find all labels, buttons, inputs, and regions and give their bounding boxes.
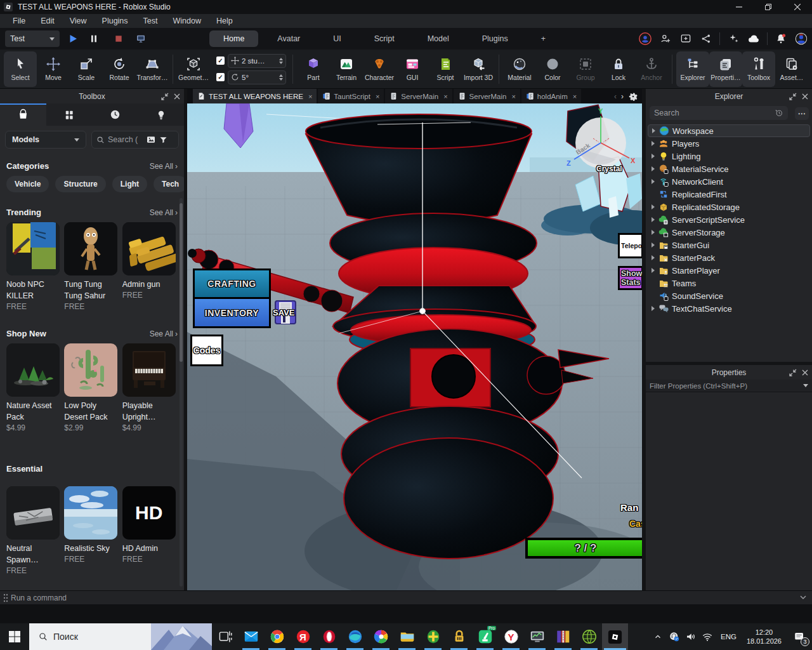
- explorer-item-materialservice[interactable]: MaterialService: [646, 162, 812, 175]
- explorer-item-serverscriptservice[interactable]: ServerScriptService: [646, 213, 812, 226]
- toolbox-tab-inventory[interactable]: [46, 103, 93, 126]
- close-tab-icon[interactable]: ×: [308, 93, 312, 100]
- document-tab-servermain[interactable]: ServerMain×: [454, 89, 520, 103]
- properties-filter[interactable]: [646, 380, 812, 392]
- expand-arrow-icon[interactable]: [650, 154, 655, 159]
- close-tab-icon[interactable]: ×: [573, 93, 577, 100]
- asset-card-realistic-sky[interactable]: Realistic SkyFREE: [64, 486, 119, 576]
- document-tab-holdanim[interactable]: holdAnim×: [521, 89, 581, 103]
- 3d-viewport[interactable]: Crystal Y X Z Back CRAFTING INVENTORY SA…: [187, 103, 642, 590]
- tool-lock[interactable]: Lock: [602, 51, 635, 87]
- add-collaborator-icon[interactable]: [658, 32, 672, 46]
- minimize-button[interactable]: [724, 0, 754, 14]
- toolbox-category-dropdown[interactable]: Models: [5, 131, 86, 149]
- notification-center-icon[interactable]: 3: [787, 623, 812, 650]
- save-button[interactable]: SAVE: [275, 300, 300, 326]
- close-panel-icon[interactable]: [802, 93, 808, 100]
- menu-plugins[interactable]: Plugins: [95, 14, 136, 28]
- asset-card-hd-admin[interactable]: HDHD AdminFREE: [122, 486, 178, 576]
- toolbox-tab-marketplace[interactable]: [0, 103, 46, 126]
- taskbar-app-password-lock[interactable]: [446, 623, 472, 650]
- expand-arrow-icon[interactable]: [650, 255, 655, 260]
- play-button[interactable]: [65, 31, 81, 46]
- ribbon-tab-ui[interactable]: UI: [319, 30, 355, 47]
- see-all-categories[interactable]: See All›: [150, 162, 178, 171]
- share-icon[interactable]: [699, 32, 713, 46]
- expand-arrow-icon[interactable]: [650, 179, 655, 184]
- expand-arrow-icon[interactable]: [650, 166, 655, 171]
- asset-card-admin-gun[interactable]: Admin gunFREE: [122, 222, 178, 312]
- ribbon-tab-plugins[interactable]: Plugins: [468, 30, 522, 47]
- toolbox-scrollbar-thumb[interactable]: [180, 203, 183, 362]
- tool-asset[interactable]: Asset…: [775, 51, 808, 87]
- stop-button[interactable]: [111, 31, 126, 46]
- tool-toolbox[interactable]: Toolbox: [742, 51, 775, 87]
- undock-icon[interactable]: [161, 93, 169, 100]
- tool-part[interactable]: Part: [297, 51, 330, 87]
- tool-import-3d[interactable]: Import 3D: [462, 51, 495, 87]
- explorer-item-players[interactable]: Players: [646, 137, 812, 150]
- taskbar-app-mail[interactable]: [238, 623, 264, 650]
- see-all-trending[interactable]: See All›: [150, 208, 178, 217]
- filter-icon[interactable]: [159, 135, 168, 145]
- inventory-button[interactable]: INVENTORY: [195, 299, 269, 326]
- toolbox-tab-recent[interactable]: [92, 103, 138, 126]
- explorer-item-serverstorage[interactable]: ServerStorage: [646, 226, 812, 239]
- document-tab-test-all-weapons-here[interactable]: TEST ALL WEAPONS HERE×: [193, 89, 317, 103]
- tool-select[interactable]: Select: [4, 51, 37, 87]
- menu-window[interactable]: Window: [166, 14, 209, 28]
- show-stats-button[interactable]: Show Stats: [618, 266, 642, 290]
- toolbox-search-input[interactable]: [108, 135, 143, 144]
- toolbox-tab-creations[interactable]: [138, 103, 185, 126]
- rotate-snap-checkbox[interactable]: ✓: [216, 73, 225, 81]
- menu-test[interactable]: Test: [136, 14, 166, 28]
- asset-card-playable-upright[interactable]: Playable Upright…$4.99: [122, 343, 178, 434]
- tray-expand-icon[interactable]: [650, 623, 666, 650]
- explorer-item-teams[interactable]: Teams: [646, 277, 812, 289]
- category-pill-light[interactable]: Light: [112, 176, 147, 192]
- explorer-item-networkclient[interactable]: NetworkClient: [646, 175, 812, 188]
- pause-button[interactable]: [86, 31, 102, 46]
- close-tab-icon[interactable]: ×: [443, 93, 447, 100]
- tool-transfor[interactable]: Transfor…: [136, 51, 169, 87]
- asset-card-noob-npc-killer[interactable]: Noob NPC KILLERFREE: [6, 222, 62, 312]
- asset-card-tung-tung-tung-sahur[interactable]: Tung Tung Tung SahurFREE: [64, 222, 119, 312]
- command-input[interactable]: [11, 594, 201, 602]
- menu-view[interactable]: View: [62, 14, 95, 28]
- see-all-shop-new[interactable]: See All›: [150, 329, 178, 338]
- start-button[interactable]: [0, 623, 29, 650]
- undock-icon[interactable]: [789, 369, 797, 376]
- expand-arrow-icon[interactable]: [650, 217, 655, 222]
- explorer-item-textchatservice[interactable]: TextChatService: [646, 302, 812, 315]
- volume-icon[interactable]: [683, 623, 699, 650]
- collaborator-avatar[interactable]: [638, 32, 652, 46]
- toolbox-search-box[interactable]: [91, 131, 179, 149]
- language-indicator[interactable]: ENG: [716, 633, 742, 640]
- viewport-settings-gear-icon[interactable]: [628, 91, 638, 102]
- category-pill-vehicle[interactable]: Vehicle: [6, 176, 49, 192]
- tool-explorer[interactable]: Explorer: [676, 51, 709, 87]
- taskbar-app-yandex[interactable]: Я: [290, 623, 316, 650]
- taskbar-search[interactable]: [29, 623, 212, 650]
- playtest-mode-dropdown[interactable]: Test: [5, 30, 60, 47]
- category-pill-tech[interactable]: Tech: [154, 176, 184, 192]
- taskbar-app-task-view[interactable]: [212, 623, 238, 650]
- close-button[interactable]: [783, 0, 812, 14]
- rotate-snap-field[interactable]: 5°: [228, 70, 286, 84]
- close-panel-icon[interactable]: [802, 369, 808, 376]
- taskbar-app-chrome[interactable]: [264, 623, 290, 650]
- taskbar-app-winrar[interactable]: [550, 623, 576, 650]
- explorer-item-workspace[interactable]: Workspace: [648, 124, 810, 137]
- undock-icon[interactable]: [789, 93, 797, 100]
- asset-card-nature-asset-pack[interactable]: Nature Asset Pack$4.99: [6, 343, 62, 434]
- taskbar-app-roblox-studio[interactable]: [602, 623, 628, 650]
- move-snap-checkbox[interactable]: ✓: [216, 56, 225, 65]
- ribbon-tab-[interactable]: +: [527, 30, 560, 47]
- taskbar-app-cleaner-pro[interactable]: Pro: [472, 623, 498, 650]
- tool-character[interactable]: Character: [363, 51, 396, 87]
- tool-properti[interactable]: Properti…: [709, 51, 742, 87]
- move-snap-stepper[interactable]: [279, 58, 283, 64]
- move-snap-field[interactable]: 2 stu…: [228, 54, 286, 68]
- menu-edit[interactable]: Edit: [33, 14, 62, 28]
- scroll-tabs-right-icon[interactable]: ›: [621, 92, 624, 101]
